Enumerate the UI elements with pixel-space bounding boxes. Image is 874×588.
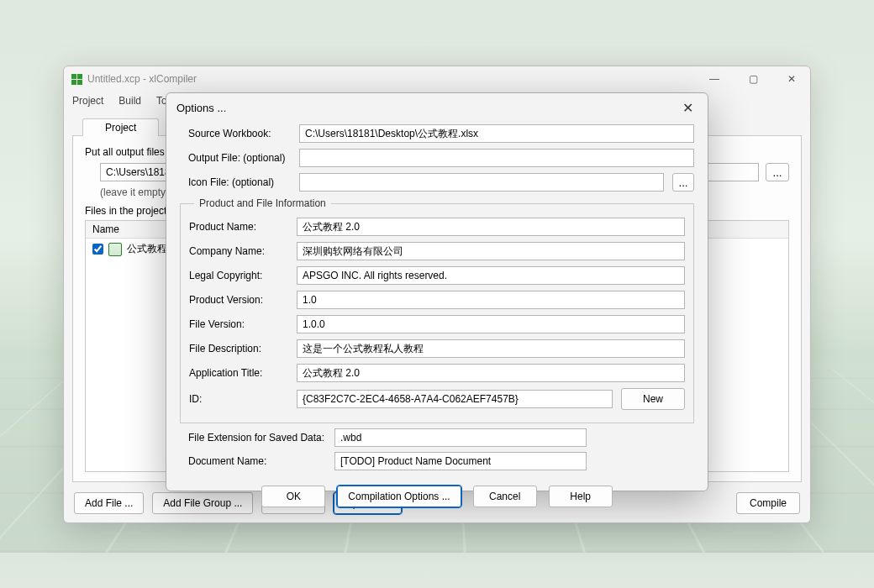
help-button[interactable]: Help <box>549 486 613 507</box>
xlsx-file-icon <box>108 243 122 256</box>
file-version-input[interactable] <box>297 315 685 333</box>
file-extension-input[interactable] <box>334 428 587 447</box>
output-file-label: Output File: (optional) <box>180 152 291 164</box>
file-item-checkbox[interactable] <box>92 244 103 255</box>
icon-file-input[interactable] <box>299 173 664 192</box>
product-version-label: Product Version: <box>189 294 288 306</box>
id-input[interactable] <box>297 390 613 408</box>
browse-output-button[interactable]: ... <box>766 163 789 181</box>
tab-project[interactable]: Project <box>82 118 159 136</box>
legal-copyright-input[interactable] <box>297 266 685 285</box>
ok-button[interactable]: OK <box>261 486 325 507</box>
document-name-input[interactable] <box>334 452 587 470</box>
new-id-button[interactable]: New <box>621 388 685 410</box>
maximize-button[interactable]: ▢ <box>741 73 765 85</box>
application-title-label: Application Title: <box>189 367 288 379</box>
product-info-group: Product and File Information Product Nam… <box>180 197 694 423</box>
source-workbook-label: Source Workbook: <box>180 128 291 139</box>
dialog-close-button[interactable]: ✕ <box>677 100 698 116</box>
company-name-label: Company Name: <box>189 245 288 257</box>
window-title: Untitled.xcp - xlCompiler <box>87 73 197 85</box>
compilation-options-button[interactable]: Compilation Options ... <box>337 486 461 507</box>
company-name-input[interactable] <box>297 242 685 260</box>
compile-button[interactable]: Compile <box>736 492 800 514</box>
browse-icon-button[interactable]: ... <box>672 173 694 192</box>
file-extension-label: File Extension for Saved Data: <box>180 432 326 444</box>
product-name-input[interactable] <box>297 218 685 236</box>
close-button[interactable]: ✕ <box>780 73 803 85</box>
application-title-input[interactable] <box>297 364 685 382</box>
titlebar: Untitled.xcp - xlCompiler — ▢ ✕ <box>64 66 810 92</box>
cancel-button[interactable]: Cancel <box>473 486 537 507</box>
minimize-button[interactable]: — <box>703 73 726 85</box>
menu-project[interactable]: Project <box>72 95 103 107</box>
file-description-input[interactable] <box>297 339 685 358</box>
file-version-label: File Version: <box>189 318 288 330</box>
menu-build[interactable]: Build <box>118 95 141 107</box>
document-name-label: Document Name: <box>180 455 326 467</box>
dialog-button-bar: OK Compilation Options ... Cancel Help <box>166 475 708 517</box>
product-name-label: Product Name: <box>189 221 288 233</box>
source-workbook-input[interactable] <box>299 124 694 143</box>
file-item-label: 公式教程 <box>127 242 167 256</box>
icon-file-label: Icon File: (optional) <box>180 176 291 188</box>
options-dialog: Options ... ✕ Source Workbook: Output Fi… <box>166 92 708 491</box>
output-folder-label: Put all output files in <box>85 146 175 158</box>
add-file-button[interactable]: Add File ... <box>74 492 144 514</box>
file-description-label: File Description: <box>189 343 288 354</box>
product-info-legend: Product and File Information <box>194 197 331 209</box>
legal-copyright-label: Legal Copyright: <box>189 270 288 281</box>
id-label: ID: <box>189 393 288 405</box>
product-version-input[interactable] <box>297 291 685 309</box>
output-file-input[interactable] <box>299 149 694 167</box>
app-icon <box>71 73 82 85</box>
dialog-title: Options ... <box>176 102 226 114</box>
